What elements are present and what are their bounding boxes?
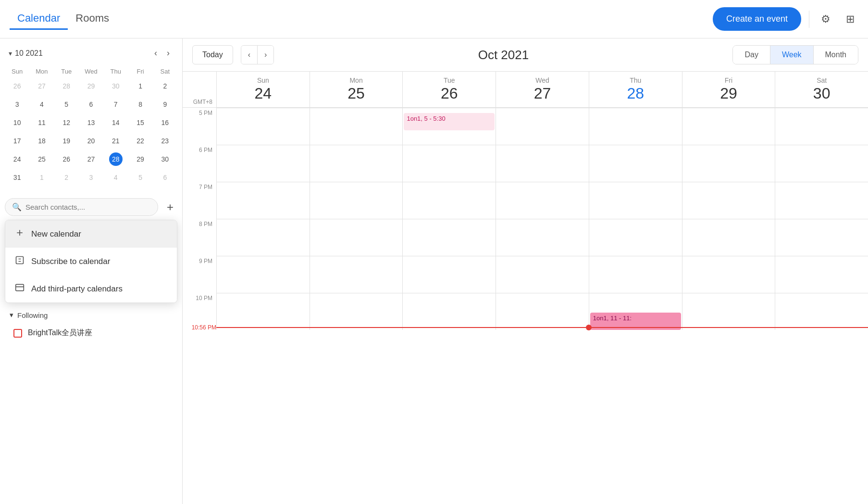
mini-calendar-day[interactable]: 25 bbox=[29, 150, 54, 168]
mini-calendar-day[interactable]: 29 bbox=[128, 150, 152, 168]
time-cell[interactable] bbox=[310, 182, 403, 219]
time-cell[interactable] bbox=[402, 256, 496, 293]
time-cell[interactable] bbox=[216, 256, 310, 293]
mini-calendar-day[interactable]: 28 bbox=[54, 77, 79, 95]
mini-calendar-day[interactable]: 12 bbox=[54, 113, 79, 132]
mini-calendar-day[interactable]: 24 bbox=[5, 150, 29, 168]
time-cell[interactable] bbox=[775, 145, 868, 182]
following-item-brighttalk[interactable]: BrightTalk全员讲座 bbox=[10, 323, 173, 343]
mini-calendar-day[interactable]: 26 bbox=[5, 77, 29, 95]
mini-calendar-day[interactable]: 8 bbox=[128, 95, 152, 113]
search-input[interactable] bbox=[25, 203, 151, 211]
mini-calendar-day[interactable]: 5 bbox=[54, 95, 79, 113]
time-cell[interactable] bbox=[310, 219, 403, 256]
mini-calendar-day[interactable]: 31 bbox=[5, 168, 29, 187]
tab-calendar[interactable]: Calendar bbox=[10, 8, 68, 30]
view-button-month[interactable]: Month bbox=[814, 46, 858, 64]
week-day-number[interactable]: 24 bbox=[219, 84, 308, 102]
today-button[interactable]: Today bbox=[192, 45, 233, 64]
dropdown-menu-item[interactable]: Subscribe to calendar bbox=[5, 248, 177, 275]
mini-calendar-day[interactable]: 10 bbox=[5, 113, 29, 132]
time-cell[interactable] bbox=[775, 108, 868, 145]
mini-calendar-day[interactable]: 19 bbox=[54, 132, 79, 150]
next-week-button[interactable]: › bbox=[258, 46, 273, 64]
mini-cal-next-button[interactable]: › bbox=[163, 46, 174, 60]
week-day-number[interactable]: 29 bbox=[684, 84, 773, 102]
mini-cal-prev-button[interactable]: ‹ bbox=[150, 46, 161, 60]
mini-calendar-day[interactable]: 3 bbox=[79, 168, 103, 187]
view-button-week[interactable]: Week bbox=[770, 46, 814, 64]
mini-calendar-day[interactable]: 16 bbox=[153, 113, 177, 132]
time-cell[interactable] bbox=[402, 182, 496, 219]
time-cell[interactable] bbox=[775, 256, 868, 293]
mini-calendar-day[interactable]: 2 bbox=[153, 77, 177, 95]
time-cell[interactable] bbox=[310, 256, 403, 293]
week-day-number[interactable]: 26 bbox=[405, 84, 494, 102]
time-cell[interactable] bbox=[496, 108, 589, 145]
week-day-number[interactable]: 27 bbox=[498, 84, 587, 102]
time-cell[interactable] bbox=[216, 293, 310, 330]
mini-calendar-day[interactable]: 30 bbox=[153, 150, 177, 168]
mini-calendar-day[interactable]: 11 bbox=[29, 113, 54, 132]
mini-calendar-day[interactable]: 9 bbox=[153, 95, 177, 113]
event-chip[interactable]: 1on1, 5 - 5:30 bbox=[404, 113, 495, 130]
time-cell[interactable] bbox=[402, 145, 496, 182]
mini-calendar-day[interactable]: 26 bbox=[54, 150, 79, 168]
time-cell[interactable] bbox=[496, 293, 589, 330]
grid-view-icon[interactable]: ⊞ bbox=[842, 9, 858, 29]
time-cell[interactable] bbox=[216, 108, 310, 145]
time-cell[interactable] bbox=[310, 108, 403, 145]
time-cell[interactable] bbox=[402, 219, 496, 256]
create-event-button[interactable]: Create an event bbox=[713, 7, 801, 31]
mini-calendar-day[interactable]: 30 bbox=[103, 77, 128, 95]
mini-calendar-day[interactable]: 20 bbox=[79, 132, 103, 150]
mini-calendar-day[interactable]: 3 bbox=[5, 95, 29, 113]
time-cell[interactable] bbox=[402, 293, 496, 330]
time-cell[interactable] bbox=[682, 219, 775, 256]
mini-calendar-day[interactable]: 28 bbox=[103, 150, 128, 168]
week-day-number[interactable]: 30 bbox=[777, 84, 866, 102]
mini-calendar-day[interactable]: 4 bbox=[29, 95, 54, 113]
mini-calendar-day[interactable]: 6 bbox=[153, 168, 177, 187]
time-cell[interactable] bbox=[682, 145, 775, 182]
mini-calendar-day[interactable]: 18 bbox=[29, 132, 54, 150]
time-cell[interactable] bbox=[496, 145, 589, 182]
mini-calendar-day[interactable]: 4 bbox=[103, 168, 128, 187]
mini-calendar-day[interactable]: 5 bbox=[128, 168, 152, 187]
view-button-day[interactable]: Day bbox=[733, 46, 770, 64]
mini-calendar-day[interactable]: 27 bbox=[29, 77, 54, 95]
time-cell[interactable] bbox=[775, 293, 868, 330]
time-cell[interactable]: 1on1, 11 - 11: bbox=[589, 293, 682, 330]
add-calendar-button[interactable]: + bbox=[163, 199, 177, 216]
tab-rooms[interactable]: Rooms bbox=[68, 8, 117, 30]
mini-calendar-day[interactable]: 17 bbox=[5, 132, 29, 150]
time-cell[interactable] bbox=[589, 145, 682, 182]
time-cell[interactable] bbox=[682, 108, 775, 145]
mini-calendar-day[interactable]: 6 bbox=[79, 95, 103, 113]
settings-icon[interactable]: ⚙ bbox=[817, 9, 834, 29]
mini-calendar-day[interactable]: 22 bbox=[128, 132, 152, 150]
mini-calendar-day[interactable]: 1 bbox=[128, 77, 152, 95]
time-cell[interactable] bbox=[682, 182, 775, 219]
time-cell[interactable] bbox=[775, 182, 868, 219]
event-chip[interactable]: 1on1, 11 - 11: bbox=[590, 313, 681, 330]
mini-calendar-day[interactable]: 14 bbox=[103, 113, 128, 132]
week-day-number[interactable]: 28 bbox=[591, 84, 680, 102]
mini-calendar-day[interactable]: 1 bbox=[29, 168, 54, 187]
mini-calendar-day[interactable]: 15 bbox=[128, 113, 152, 132]
dropdown-menu-item[interactable]: Add third-party calendars bbox=[5, 275, 177, 302]
mini-calendar-day[interactable]: 23 bbox=[153, 132, 177, 150]
mini-calendar-day[interactable]: 13 bbox=[79, 113, 103, 132]
time-cell[interactable] bbox=[216, 219, 310, 256]
time-cell[interactable] bbox=[496, 182, 589, 219]
time-cell[interactable]: 1on1, 5 - 5:30 bbox=[402, 108, 496, 145]
time-cell[interactable] bbox=[589, 256, 682, 293]
following-expand-icon[interactable]: ▾ bbox=[10, 311, 13, 319]
prev-week-button[interactable]: ‹ bbox=[241, 46, 258, 64]
week-day-number[interactable]: 25 bbox=[312, 84, 401, 102]
mini-calendar-day[interactable]: 7 bbox=[103, 95, 128, 113]
time-cell[interactable] bbox=[682, 293, 775, 330]
time-cell[interactable] bbox=[310, 145, 403, 182]
time-cell[interactable] bbox=[682, 256, 775, 293]
time-cell[interactable] bbox=[589, 219, 682, 256]
